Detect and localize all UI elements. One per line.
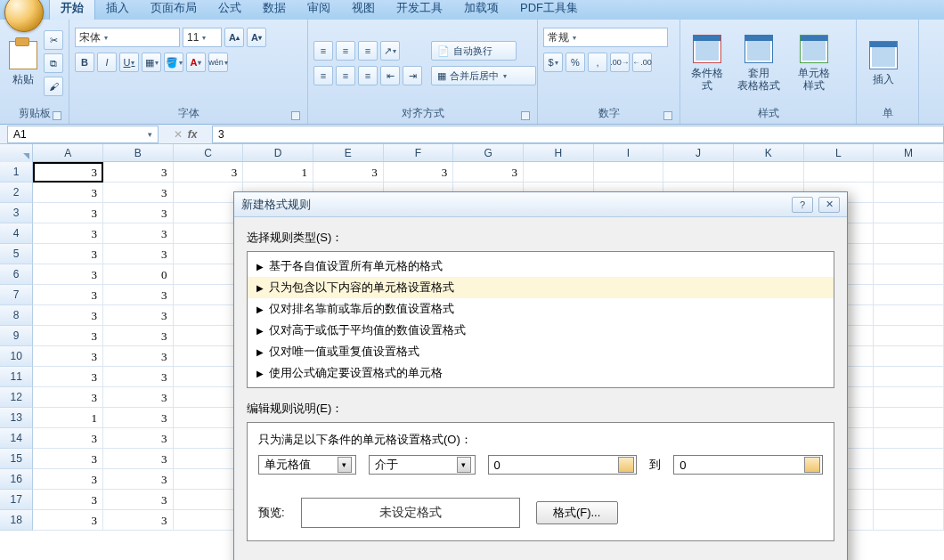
cell-A3[interactable]: 3 (33, 203, 103, 223)
cell-G1[interactable]: 3 (453, 162, 524, 183)
cell-M10[interactable] (874, 346, 944, 367)
cell-B15[interactable]: 3 (103, 449, 174, 469)
rule-type-item[interactable]: ▶仅对唯一值或重复值设置格式 (248, 341, 834, 362)
align-dialog-launcher[interactable] (521, 111, 530, 120)
cell-K1[interactable] (734, 162, 804, 183)
tab-PDF工具集[interactable]: PDF工具集 (509, 0, 589, 20)
tab-审阅[interactable]: 审阅 (297, 0, 341, 20)
tab-视图[interactable]: 视图 (341, 0, 386, 20)
wrap-text-button[interactable]: 📄自动换行 (431, 41, 517, 61)
row-header-6[interactable]: 6 (0, 264, 33, 285)
condition-operator-combo[interactable]: 介于▾ (369, 455, 476, 475)
cell-B17[interactable]: 3 (103, 490, 174, 510)
increase-indent-button[interactable]: ⇥ (403, 66, 422, 85)
col-header-G[interactable]: G (453, 144, 524, 161)
cell-B2[interactable]: 3 (103, 183, 174, 203)
cell-B7[interactable]: 3 (103, 285, 174, 305)
cell-B8[interactable]: 3 (103, 305, 174, 326)
cell-A10[interactable]: 3 (33, 346, 103, 367)
row-header-14[interactable]: 14 (0, 428, 33, 449)
row-header-17[interactable]: 17 (0, 490, 33, 510)
col-header-D[interactable]: D (243, 144, 313, 161)
row-header-4[interactable]: 4 (0, 223, 33, 244)
cell-M14[interactable] (874, 428, 944, 449)
cell-D1[interactable]: 1 (243, 162, 313, 183)
decrease-decimal-button[interactable]: ←.00 (632, 53, 652, 72)
cut-button[interactable]: ✂ (44, 30, 63, 50)
cancel-entry-icon[interactable]: ✕ (174, 128, 183, 141)
row-header-11[interactable]: 11 (0, 367, 33, 387)
fx-icon[interactable]: fx (188, 128, 198, 141)
rule-type-item[interactable]: ▶仅对排名靠前或靠后的数值设置格式 (248, 298, 834, 320)
cell-F1[interactable]: 3 (384, 162, 454, 183)
cell-E1[interactable]: 3 (313, 162, 384, 183)
dialog-help-button[interactable]: ? (792, 197, 813, 213)
ref-picker-icon[interactable] (618, 457, 634, 473)
cell-A6[interactable]: 3 (33, 264, 103, 285)
align-left-button[interactable]: ≡ (313, 66, 333, 85)
cell-M16[interactable] (874, 469, 944, 490)
cell-B10[interactable]: 3 (103, 346, 174, 367)
cell-A1[interactable]: 3 (33, 162, 103, 183)
number-format-combo[interactable]: 常规▾ (543, 28, 668, 47)
rule-type-item[interactable]: ▶只为包含以下内容的单元格设置格式 (248, 277, 834, 298)
col-header-B[interactable]: B (103, 144, 174, 161)
formula-input[interactable]: 3 (212, 126, 944, 143)
cell-B5[interactable]: 3 (103, 244, 174, 264)
tab-公式[interactable]: 公式 (208, 0, 252, 20)
phonetic-button[interactable]: wén (208, 53, 228, 72)
tab-插入[interactable]: 插入 (95, 0, 140, 20)
underline-button[interactable]: U (119, 53, 139, 72)
cell-M8[interactable] (874, 305, 944, 326)
cell-B12[interactable]: 3 (103, 387, 174, 408)
cell-H1[interactable] (524, 162, 594, 183)
condition-target-combo[interactable]: 单元格值▾ (258, 455, 356, 475)
clipboard-dialog-launcher[interactable] (53, 111, 61, 120)
tab-开始[interactable]: 开始 (49, 0, 95, 20)
cell-A18[interactable]: 3 (33, 510, 103, 531)
col-header-E[interactable]: E (313, 144, 384, 161)
row-header-10[interactable]: 10 (0, 346, 33, 367)
cell-A4[interactable]: 3 (33, 223, 103, 244)
cell-M5[interactable] (874, 244, 944, 264)
cell-M3[interactable] (874, 203, 944, 223)
dialog-close-button[interactable]: ✕ (818, 197, 840, 213)
cell-B16[interactable]: 3 (103, 469, 174, 490)
cell-A7[interactable]: 3 (33, 285, 103, 305)
col-header-C[interactable]: C (174, 144, 244, 161)
row-header-8[interactable]: 8 (0, 305, 33, 326)
col-header-L[interactable]: L (804, 144, 875, 161)
cell-A13[interactable]: 1 (33, 408, 103, 428)
border-button[interactable]: ▦ (142, 53, 161, 72)
grow-font-button[interactable]: A▴ (224, 28, 244, 47)
cell-M12[interactable] (874, 387, 944, 408)
font-size-combo[interactable]: 11▾ (183, 28, 222, 47)
align-middle-button[interactable]: ≡ (336, 41, 355, 61)
cell-B6[interactable]: 0 (103, 264, 174, 285)
row-header-16[interactable]: 16 (0, 469, 33, 490)
row-header-18[interactable]: 18 (0, 510, 33, 531)
col-header-A[interactable]: A (33, 144, 103, 161)
cell-B13[interactable]: 3 (103, 408, 174, 428)
cell-M1[interactable] (874, 162, 944, 183)
cell-M2[interactable] (874, 183, 944, 203)
row-header-5[interactable]: 5 (0, 244, 33, 264)
cell-M9[interactable] (874, 326, 944, 346)
cell-C1[interactable]: 3 (174, 162, 244, 183)
cell-B11[interactable]: 3 (103, 367, 174, 387)
cell-M17[interactable] (874, 490, 944, 510)
cell-A17[interactable]: 3 (33, 490, 103, 510)
insert-cells-button[interactable]: 插入 (862, 28, 905, 99)
cell-A9[interactable]: 3 (33, 326, 103, 346)
cell-M4[interactable] (874, 223, 944, 244)
condition-value2-input[interactable]: 0 (673, 455, 823, 475)
rule-type-item[interactable]: ▶使用公式确定要设置格式的单元格 (248, 362, 834, 384)
row-header-12[interactable]: 12 (0, 387, 33, 408)
font-dialog-launcher[interactable] (291, 111, 300, 120)
row-header-3[interactable]: 3 (0, 203, 33, 223)
cell-A8[interactable]: 3 (33, 305, 103, 326)
align-center-button[interactable]: ≡ (336, 66, 355, 85)
comma-style-button[interactable]: , (588, 53, 607, 72)
row-header-7[interactable]: 7 (0, 285, 33, 305)
decrease-indent-button[interactable]: ⇤ (380, 66, 400, 85)
